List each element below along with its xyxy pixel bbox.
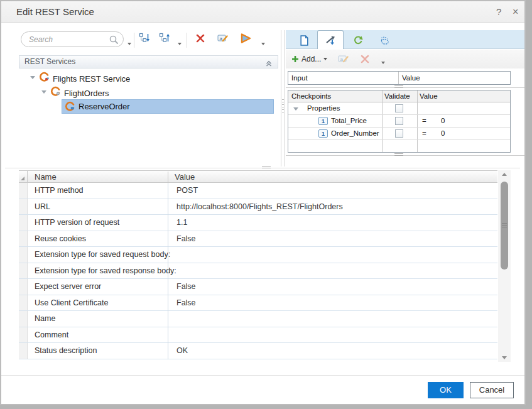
tree-item-flightorders[interactable]: FlightOrders (64, 86, 109, 101)
row-gutter[interactable] (19, 327, 28, 343)
row-gutter[interactable] (19, 215, 28, 231)
checkpoints-icon (325, 35, 336, 45)
grid-row-client-certificate[interactable]: Use Client Certificate False (19, 295, 497, 312)
delete-button-disabled[interactable] (360, 54, 370, 67)
vertical-scrollbar[interactable] (498, 170, 511, 362)
plus-icon (291, 55, 299, 63)
checkpoints-table: Checkpoints Validate Value Properties 1 … (288, 90, 511, 153)
grid-row-http-method[interactable]: HTTP method POST (19, 183, 497, 199)
property-value[interactable]: 1.1 (176, 215, 187, 231)
row-gutter[interactable] (19, 279, 28, 295)
property-name: Extension type for saved request body: (35, 247, 170, 263)
property-value[interactable]: http://localhost:8000/Flights_REST/Fligh… (176, 199, 343, 215)
checkpoint-row-total-price[interactable]: 1 Total_Price = 0 (288, 115, 510, 128)
operator[interactable]: = (422, 128, 426, 139)
rename-button-disabled[interactable]: a (338, 54, 349, 66)
grid-corner-cell[interactable] (19, 171, 28, 182)
name-column-header[interactable]: Name (35, 171, 57, 183)
panel-splitter[interactable] (286, 155, 524, 156)
tree-item-reserveorder[interactable]: ReserveOrder (62, 99, 274, 114)
vertical-splitter[interactable] (281, 30, 285, 166)
expected-value[interactable]: 0 (441, 115, 445, 127)
ok-button[interactable]: OK (428, 382, 464, 398)
grid-row-expect-server-error[interactable]: Expect server error False (19, 279, 497, 295)
expand-all-button[interactable] (139, 33, 150, 46)
scrollbar-thumb[interactable] (501, 182, 508, 270)
add-options-caret-icon[interactable] (323, 58, 327, 60)
property-value[interactable]: False (176, 231, 196, 247)
edit-rest-service-dialog: Edit REST Service ? × (0, 0, 526, 405)
property-name: Extension type for saved response body: (35, 263, 176, 279)
validate-column-header: Validate (384, 90, 410, 102)
cancel-button[interactable]: Cancel (470, 382, 514, 398)
splitter-grip[interactable] (394, 153, 403, 157)
collapse-all-button[interactable] (159, 33, 170, 46)
row-gutter[interactable] (19, 343, 28, 359)
run-options-caret-icon[interactable] (261, 43, 265, 45)
tree-expander-icon[interactable] (30, 76, 35, 79)
help-icon[interactable]: ? (496, 1, 501, 23)
property-name: Comment (35, 327, 68, 343)
close-icon[interactable]: × (513, 1, 518, 23)
rename-button[interactable]: a (217, 33, 229, 45)
expand-options-caret-icon[interactable] (178, 43, 182, 45)
collapse-panel-icon[interactable] (265, 58, 273, 70)
row-gutter[interactable] (19, 295, 28, 311)
column-divider (398, 72, 399, 84)
grid-row-ext-response-body[interactable]: Extension type for saved response body: (19, 263, 497, 280)
grid-row-comment[interactable]: Comment (19, 327, 497, 344)
scroll-up-icon[interactable] (498, 170, 511, 179)
grid-row-name[interactable]: Name (19, 311, 497, 327)
tab-events[interactable] (345, 31, 371, 49)
toolbar-separator (134, 33, 134, 48)
tab-request-body[interactable] (291, 31, 317, 49)
group-expander-icon[interactable] (293, 107, 298, 111)
toolbar-options-caret-icon[interactable] (381, 62, 385, 64)
value-column-header[interactable]: Value (175, 171, 195, 183)
operator[interactable]: = (422, 115, 426, 127)
row-gutter[interactable] (19, 311, 28, 327)
delete-button[interactable] (195, 33, 205, 46)
tree-expander-icon[interactable] (41, 90, 46, 94)
row-gutter[interactable] (19, 247, 28, 263)
validate-checkbox[interactable] (395, 129, 403, 138)
property-name: HTTP method (35, 183, 84, 199)
checkpoints-toolbar: Add... a (286, 50, 524, 68)
checkpoint-row-order-number[interactable]: 1 Order_Number = 0 (288, 128, 510, 140)
main-splitter-grip[interactable] (262, 166, 271, 170)
expected-value[interactable]: 0 (441, 128, 445, 139)
grid-row-http-version[interactable]: HTTP version of request 1.1 (19, 215, 497, 231)
panel-splitter[interactable] (286, 87, 524, 88)
property-value[interactable]: False (176, 279, 196, 295)
scroll-down-icon[interactable] (498, 353, 511, 362)
grid-row-url[interactable]: URL http://localhost:8000/Flights_REST/F… (19, 199, 497, 215)
grid-row-ext-request-body[interactable]: Extension type for saved request body: (19, 247, 497, 263)
tab-checkpoints[interactable] (317, 30, 344, 49)
property-value[interactable]: False (176, 295, 196, 311)
row-gutter[interactable] (19, 199, 28, 215)
run-button[interactable] (239, 33, 252, 46)
input-table: Input Value (288, 71, 511, 85)
validate-checkbox[interactable] (395, 104, 403, 112)
hand-gesture-icon (379, 35, 390, 45)
splitter-grip[interactable] (394, 85, 403, 89)
grid-row-status-description[interactable]: Status description OK (19, 343, 497, 359)
tab-http[interactable] (371, 31, 398, 49)
property-name: Reuse cookies (35, 231, 86, 247)
tree-item-flights-rest-service[interactable]: Flights REST Service (53, 72, 130, 86)
property-value[interactable]: POST (176, 183, 198, 199)
property-value[interactable]: OK (176, 343, 188, 359)
add-button[interactable]: Add... (291, 53, 327, 65)
search-input[interactable] (29, 33, 107, 45)
checkpoint-group-row[interactable]: Properties (288, 102, 510, 115)
validate-checkbox[interactable] (395, 117, 403, 125)
row-gutter[interactable] (19, 231, 28, 247)
document-icon (300, 35, 309, 46)
row-gutter[interactable] (19, 263, 28, 279)
grid-row-reuse-cookies[interactable]: Reuse cookies False (19, 231, 497, 248)
tree-panel-title: REST Services (24, 56, 75, 68)
tree-item-label: ReserveOrder (79, 100, 130, 114)
row-gutter[interactable] (19, 183, 28, 199)
search-options-caret-icon[interactable] (128, 43, 131, 45)
value-column-header: Value (420, 90, 438, 102)
